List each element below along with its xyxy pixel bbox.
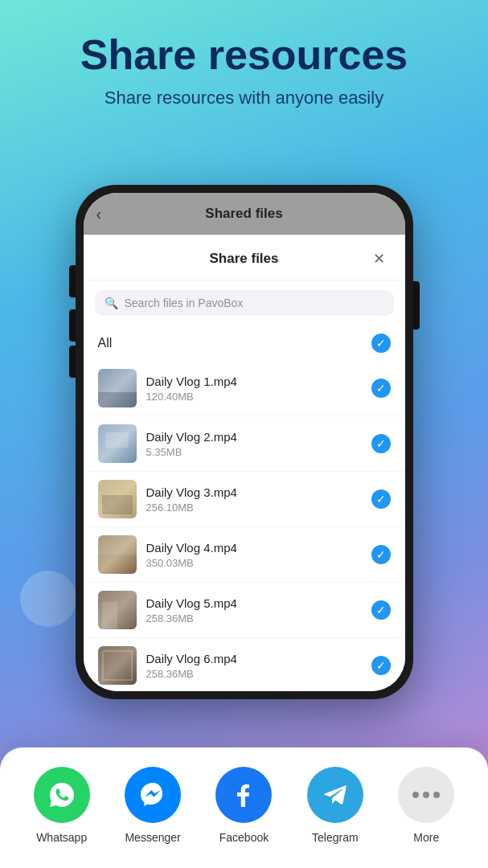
app-topbar: ‹ Shared files <box>84 193 405 235</box>
share-app-more[interactable]: More <box>398 767 454 844</box>
phone-outer: ‹ Shared files Share files ✕ 🔍 Search fi… <box>76 185 413 699</box>
file-name: Daily Vlog 1.mp4 <box>146 375 362 388</box>
sub-title: Share resources with anyone easily <box>24 88 464 108</box>
search-icon: 🔍 <box>105 297 118 309</box>
file-check-icon: ✓ <box>371 379 391 398</box>
share-app-telegram[interactable]: Telegram <box>307 767 363 844</box>
file-item[interactable]: Daily Vlog 6.mp4 258.36MB ✓ <box>84 638 405 691</box>
file-check-icon: ✓ <box>371 434 391 453</box>
share-app-facebook[interactable]: Facebook <box>215 767 272 844</box>
more-label: More <box>413 831 439 844</box>
phone-mockup: ‹ Shared files Share files ✕ 🔍 Search fi… <box>76 185 413 699</box>
back-arrow-icon[interactable]: ‹ <box>96 205 102 223</box>
file-info: Daily Vlog 2.mp4 5.35MB <box>146 430 362 458</box>
all-check-icon: ✓ <box>371 334 391 353</box>
telegram-svg <box>319 779 351 811</box>
file-item[interactable]: Daily Vlog 5.mp4 258.36MB ✓ <box>84 583 405 638</box>
file-name: Daily Vlog 2.mp4 <box>146 430 362 444</box>
more-icon <box>398 767 454 823</box>
file-info: Daily Vlog 1.mp4 120.40MB <box>146 375 362 403</box>
facebook-svg <box>228 779 260 811</box>
dot-2 <box>423 792 429 798</box>
modal-title: Share files <box>121 251 368 267</box>
file-size: 256.10MB <box>146 502 362 514</box>
messenger-label: Messenger <box>125 831 180 844</box>
dot-3 <box>433 792 440 798</box>
decorative-bubble-2 <box>20 571 76 627</box>
messenger-svg <box>137 779 169 811</box>
file-info: Daily Vlog 3.mp4 256.10MB <box>146 485 362 514</box>
file-check-icon: ✓ <box>371 656 391 675</box>
all-row[interactable]: All ✓ <box>84 326 405 361</box>
main-title: Share resources <box>24 32 464 78</box>
facebook-icon <box>215 767 272 823</box>
file-name: Daily Vlog 3.mp4 <box>146 485 362 499</box>
dot-1 <box>412 792 419 798</box>
share-apps-row: Whatsapp Messenger Facebook <box>16 767 472 844</box>
whatsapp-svg <box>46 779 78 811</box>
file-size: 258.36MB <box>146 612 362 624</box>
modal-header: Share files ✕ <box>84 235 405 280</box>
whatsapp-label: Whatsapp <box>36 831 87 844</box>
search-bar[interactable]: 🔍 Search files in PavoBox <box>95 290 394 316</box>
file-name: Daily Vlog 5.mp4 <box>146 596 362 610</box>
file-item[interactable]: Daily Vlog 3.mp4 256.10MB ✓ <box>84 472 405 527</box>
phone-inner: ‹ Shared files Share files ✕ 🔍 Search fi… <box>84 193 405 691</box>
file-thumbnail <box>98 591 137 629</box>
bottom-share-panel: Whatsapp Messenger Facebook <box>0 747 488 868</box>
file-thumbnail <box>98 369 137 407</box>
file-name: Daily Vlog 4.mp4 <box>146 541 362 555</box>
file-thumbnail <box>98 480 137 518</box>
search-placeholder: Search files in PavoBox <box>125 297 244 309</box>
topbar-title: Shared files <box>205 206 282 222</box>
close-button[interactable]: ✕ <box>368 248 391 270</box>
share-app-messenger[interactable]: Messenger <box>125 767 181 844</box>
file-size: 5.35MB <box>146 446 362 458</box>
facebook-label: Facebook <box>219 831 269 844</box>
file-thumbnail <box>98 424 137 463</box>
telegram-label: Telegram <box>312 831 359 844</box>
file-info: Daily Vlog 5.mp4 258.36MB <box>146 596 362 624</box>
file-list: Daily Vlog 1.mp4 120.40MB ✓ Daily Vlog 2… <box>84 361 405 691</box>
file-check-icon: ✓ <box>371 489 391 509</box>
more-dots <box>412 792 440 798</box>
whatsapp-icon <box>34 767 90 823</box>
messenger-icon <box>125 767 181 823</box>
file-size: 258.36MB <box>146 668 362 680</box>
telegram-icon <box>307 767 363 823</box>
file-item[interactable]: Daily Vlog 1.mp4 120.40MB ✓ <box>84 361 405 416</box>
file-thumbnail <box>98 646 137 685</box>
file-item[interactable]: Daily Vlog 4.mp4 350.03MB ✓ <box>84 527 405 583</box>
file-size: 350.03MB <box>146 557 362 569</box>
file-item[interactable]: Daily Vlog 2.mp4 5.35MB ✓ <box>84 416 405 472</box>
file-check-icon: ✓ <box>371 545 391 564</box>
file-info: Daily Vlog 6.mp4 258.36MB <box>146 652 362 680</box>
file-size: 120.40MB <box>146 391 362 403</box>
share-modal: Share files ✕ 🔍 Search files in PavoBox … <box>84 235 405 691</box>
header-section: Share resources Share resources with any… <box>0 0 488 125</box>
file-info: Daily Vlog 4.mp4 350.03MB <box>146 541 362 569</box>
file-thumbnail <box>98 535 137 574</box>
file-name: Daily Vlog 6.mp4 <box>146 652 362 665</box>
all-label: All <box>98 336 113 350</box>
share-app-whatsapp[interactable]: Whatsapp <box>34 767 90 844</box>
file-check-icon: ✓ <box>371 600 391 620</box>
